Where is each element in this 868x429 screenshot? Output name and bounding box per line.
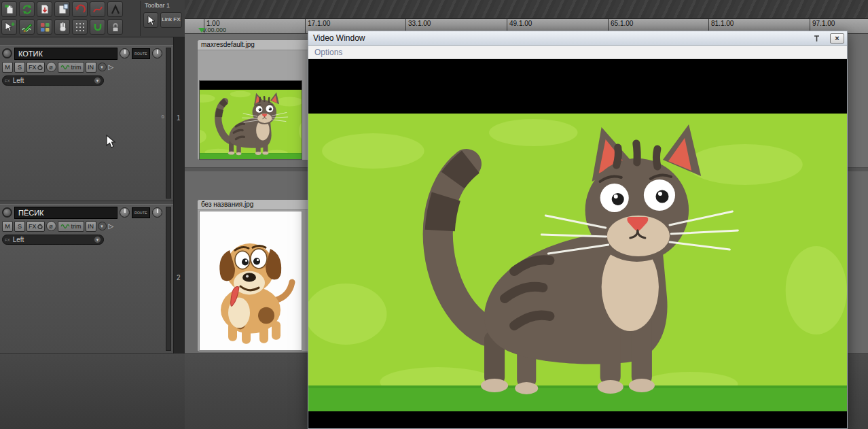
phase-button[interactable]: ø xyxy=(46,62,56,72)
track-panel-empty xyxy=(0,354,185,429)
new-project-icon[interactable] xyxy=(1,1,17,17)
waveform-icon xyxy=(60,64,70,71)
track-panel: КОТИК ROUTE M S FX ø trim IN ▼ ▷ xyxy=(0,37,173,354)
fx-slot-menu-button[interactable]: ▼ xyxy=(94,77,101,84)
ruler-time-readout: 0:00.000 xyxy=(202,27,226,33)
grid-dots-icon[interactable] xyxy=(72,19,88,35)
pan-knob[interactable] xyxy=(152,48,162,58)
mute-button[interactable]: M xyxy=(2,221,13,232)
input-button[interactable]: IN xyxy=(86,221,96,232)
glue-icon[interactable] xyxy=(90,19,105,35)
input-menu-button[interactable]: ▼ xyxy=(98,63,107,71)
item-image-preview xyxy=(199,211,302,351)
track-header-pesik[interactable]: ПЁСИК ROUTE M S FX ø trim IN ▼ ▷ xyxy=(0,204,173,354)
record-arm-button[interactable] xyxy=(2,207,12,218)
pan-knob[interactable] xyxy=(152,207,162,218)
video-window-menubar: Options xyxy=(308,46,847,59)
pencil-wave-icon[interactable] xyxy=(19,19,35,35)
solo-button[interactable]: S xyxy=(14,62,25,73)
curve-tool-icon[interactable] xyxy=(90,1,105,17)
monitor-button[interactable]: ▷ xyxy=(108,222,115,230)
envelope-trim-button[interactable]: trim xyxy=(58,62,84,73)
project-tab-icon[interactable] xyxy=(54,1,70,17)
input-button[interactable]: IN xyxy=(86,62,96,73)
fx-slot-icon: FX xyxy=(5,238,10,242)
save-item-icon[interactable] xyxy=(37,1,52,17)
pointer-tool-icon[interactable] xyxy=(143,12,158,28)
fx-slot-menu-button[interactable]: ▼ xyxy=(94,236,101,243)
cat-thumbnail xyxy=(200,90,302,159)
route-button[interactable]: ROUTE xyxy=(132,207,150,218)
sync-arrows-icon[interactable] xyxy=(19,1,35,17)
video-window: Video Window × Options xyxy=(308,31,848,429)
trim-label: trim xyxy=(71,64,82,71)
fx-slot-icon: FX xyxy=(5,79,10,83)
lock-icon[interactable] xyxy=(107,19,123,35)
track-number: 1 xyxy=(177,114,181,122)
multitool-grid-icon[interactable] xyxy=(37,19,52,35)
video-window-title: Video Window xyxy=(313,33,813,43)
letterbox-bar xyxy=(200,81,302,90)
reaper-app: 1.00 17.1.00 33.1.00 49.1.00 65.1.00 81.… xyxy=(0,0,868,429)
letterbox-bottom xyxy=(308,411,847,428)
input-menu-button[interactable]: ▼ xyxy=(98,222,107,230)
meter-scale-label: 6 xyxy=(162,114,164,120)
envelope-trim-button[interactable]: trim xyxy=(58,221,84,232)
cat-illustration xyxy=(308,114,847,411)
fx-button-label: FX xyxy=(29,223,37,230)
toolbar-group-label: Toolbar 1 xyxy=(143,1,182,12)
fx-slot[interactable]: FX Left ▼ xyxy=(2,235,104,245)
trim-label: trim xyxy=(71,223,82,230)
hand-tool-icon[interactable] xyxy=(54,19,70,35)
track-name[interactable]: КОТИК xyxy=(14,48,117,60)
waveform-icon xyxy=(60,223,70,230)
fx-button-label: FX xyxy=(29,64,37,71)
mute-button[interactable]: M xyxy=(2,62,13,73)
solo-button[interactable]: S xyxy=(14,221,25,232)
track-number-strip: 1 2 xyxy=(173,37,185,354)
dock-pin-button[interactable] xyxy=(813,35,820,42)
monitor-button[interactable]: ▷ xyxy=(108,63,115,71)
volume-knob[interactable] xyxy=(120,207,130,218)
track-header-kotik[interactable]: КОТИК ROUTE M S FX ø trim IN ▼ ▷ xyxy=(0,45,173,201)
letterbox-top xyxy=(308,59,847,114)
track-number: 2 xyxy=(177,274,181,281)
video-window-titlebar[interactable]: Video Window × xyxy=(308,31,847,46)
video-canvas xyxy=(308,59,847,428)
item-video-preview xyxy=(199,80,302,160)
undo-icon[interactable] xyxy=(72,1,88,17)
toolbar-island: Toolbar 1 Link FX xyxy=(140,1,182,36)
fx-button[interactable]: FX xyxy=(26,221,45,232)
edit-cursor-marker xyxy=(198,28,205,33)
route-button[interactable]: ROUTE xyxy=(132,48,150,59)
dog-illustration xyxy=(200,211,302,350)
close-button[interactable]: × xyxy=(830,33,844,44)
track-name[interactable]: ПЁСИК xyxy=(14,207,117,219)
main-toolbar: Toolbar 1 Link FX xyxy=(0,0,185,37)
power-icon xyxy=(37,224,43,229)
fx-slot[interactable]: FX Left ▼ xyxy=(2,75,104,86)
video-frame xyxy=(308,114,847,411)
arrange-top-strip xyxy=(185,0,868,19)
mouse-cursor xyxy=(106,135,117,150)
record-arm-button[interactable] xyxy=(2,48,12,58)
fx-button[interactable]: FX xyxy=(26,62,45,73)
track-meter xyxy=(166,48,171,199)
fx-slot-left[interactable]: Left xyxy=(13,236,91,243)
menu-options[interactable]: Options xyxy=(308,48,348,57)
volume-knob[interactable] xyxy=(120,48,130,58)
fx-slot-left[interactable]: Left xyxy=(13,77,91,84)
lambda-tool-icon[interactable] xyxy=(107,1,123,17)
pin-icon xyxy=(813,35,820,42)
phase-button[interactable]: ø xyxy=(46,221,56,231)
track-meter xyxy=(166,207,171,351)
power-icon xyxy=(37,65,43,70)
link-fx-button[interactable]: Link FX xyxy=(160,12,182,28)
edit-cursor-icon[interactable] xyxy=(1,19,17,35)
